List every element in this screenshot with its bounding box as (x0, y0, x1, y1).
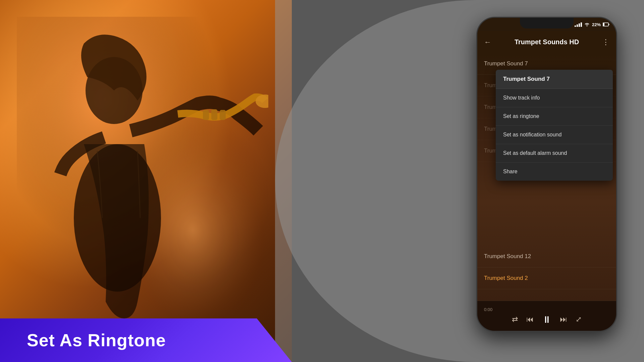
svg-rect-9 (603, 23, 604, 26)
signal-bar-3 (579, 23, 580, 27)
context-menu: Trumpet Sound 7 Show track info Set as r… (496, 70, 613, 181)
phone-notch (520, 18, 574, 28)
trumpet-player-illustration (17, 17, 268, 345)
svg-point-4 (256, 95, 268, 108)
player-controls: 0:00 ⇄ ⏮ ⏸ ⏭ ⤢ (477, 301, 616, 331)
player-time: 0:00 (477, 307, 492, 312)
context-menu-title: Trumpet Sound 7 (496, 70, 613, 89)
next-button[interactable]: ⏭ (560, 315, 567, 324)
app-header: ← Trumpet Sounds HD ⋮ (477, 31, 616, 53)
back-button[interactable]: ← (484, 38, 491, 47)
svg-rect-7 (220, 110, 226, 120)
bottom-banner: Set As Ringtone (0, 318, 292, 362)
controls-row: ⇄ ⏮ ⏸ ⏭ ⤢ (512, 314, 582, 325)
context-menu-set-alarm[interactable]: Set as default alarm sound (496, 144, 613, 163)
svg-rect-0 (17, 17, 268, 345)
svg-rect-5 (203, 110, 209, 120)
battery-icon (603, 22, 609, 26)
status-icons: 22% (575, 22, 609, 27)
signal-bar-2 (577, 24, 578, 27)
track-item-2-active[interactable]: Trumpet Sound 2 (477, 267, 616, 289)
repeat-button[interactable]: ⤢ (576, 315, 582, 324)
play-pause-button[interactable]: ⏸ (542, 314, 551, 325)
phone-device: 22% ← Trumpet Sounds HD ⋮ Trumpet Sound … (476, 17, 617, 332)
app-title: Trumpet Sounds HD (515, 38, 579, 46)
context-menu-set-notification[interactable]: Set as notification sound (496, 126, 613, 144)
prev-button[interactable]: ⏮ (526, 315, 534, 324)
svg-point-2 (74, 144, 161, 292)
banner-text: Set As Ringtone (27, 330, 166, 350)
background-photo (0, 0, 292, 362)
battery-percentage: 22% (592, 22, 601, 27)
wifi-icon (584, 22, 590, 27)
context-menu-share[interactable]: Share (496, 163, 613, 181)
share-button[interactable]: ⋮ (602, 38, 609, 47)
svg-rect-6 (211, 109, 217, 120)
track-item-12[interactable]: Trumpet Sound 12 (477, 246, 616, 267)
svg-point-3 (86, 57, 143, 124)
svg-rect-10 (609, 24, 609, 25)
signal-bar-1 (575, 25, 576, 27)
phone-frame: 22% ← Trumpet Sounds HD ⋮ Trumpet Sound … (476, 17, 617, 332)
svg-rect-1 (17, 17, 268, 345)
context-menu-set-ringtone[interactable]: Set as ringtone (496, 107, 613, 126)
shuffle-button[interactable]: ⇄ (512, 315, 518, 324)
context-menu-show-track-info[interactable]: Show track info (496, 89, 613, 107)
signal-bars (575, 22, 582, 27)
signal-bar-4 (581, 22, 582, 27)
